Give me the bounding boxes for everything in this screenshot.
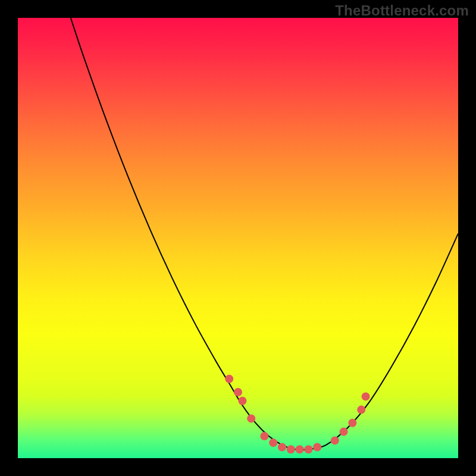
- data-marker: [296, 445, 304, 453]
- data-marker: [247, 414, 255, 422]
- data-marker: [340, 428, 348, 436]
- data-marker: [278, 443, 286, 452]
- data-marker: [348, 419, 356, 427]
- data-marker: [362, 392, 370, 400]
- plot-area: [18, 18, 458, 458]
- marker-group: [225, 375, 369, 453]
- data-marker: [234, 388, 242, 396]
- data-marker: [269, 439, 277, 447]
- data-marker: [225, 375, 233, 383]
- chart-container: TheBottleneck.com: [0, 0, 476, 476]
- data-marker: [260, 432, 268, 440]
- data-marker: [304, 445, 312, 453]
- data-marker: [357, 406, 365, 414]
- watermark-text: TheBottleneck.com: [335, 2, 469, 19]
- data-marker: [331, 436, 339, 444]
- data-marker: [287, 445, 295, 453]
- chart-svg: [18, 18, 458, 458]
- data-marker: [313, 443, 321, 452]
- data-marker: [238, 397, 246, 405]
- bottleneck-curve: [71, 18, 458, 450]
